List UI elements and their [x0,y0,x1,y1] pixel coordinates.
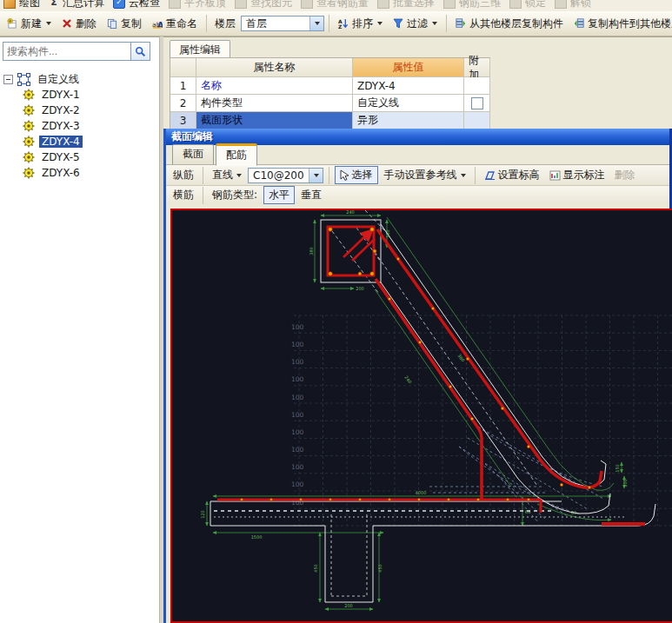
lock-icon [509,0,522,9]
manual-reference-line-dropdown[interactable]: 手动设置参考线 [381,167,469,183]
toolbar-separator [446,15,447,32]
search-button[interactable] [131,42,150,61]
line-type-dropdown[interactable]: 直线 [209,167,245,183]
delete-rebar-button: 删除 [611,167,639,183]
floor-combobox-button[interactable] [309,17,323,30]
svg-text:150: 150 [615,464,620,473]
checkbox[interactable] [471,97,483,109]
toolbar-separator [203,187,203,204]
copy-from-floor-icon [456,18,466,29]
filter-button[interactable]: 过滤 [389,14,442,34]
tree-item-label: ZDYX-3 [39,120,83,132]
svg-text:450: 450 [377,564,383,573]
attr-name: 构件类型 [196,95,353,112]
select-tool-button[interactable]: 选择 [335,166,378,184]
tree-item-label: ZDYX-1 [39,89,83,101]
table-row-selected[interactable]: 3 截面形状 异形 [170,112,490,129]
rebar-spec-combobox-button[interactable] [309,169,323,182]
unlock-icon [555,0,567,9]
floor-combobox[interactable]: 首层 [241,16,324,31]
batch-select-icon [377,0,389,9]
header-attr-value[interactable]: 属性值 [353,58,464,77]
header-attr-name: 属性名称 [196,58,353,77]
rebar-lines[interactable] [217,227,645,524]
align-slab-icon [169,0,181,9]
tab-rebar[interactable]: 配筋 [216,143,257,166]
attr-name: 名称 [196,77,353,95]
svg-text:100: 100 [291,358,304,366]
component-toolbar: 新建 删除 复制 abA 重命名 楼层 首层 AZ 排序 过滤 从其他楼层复制构… [0,11,672,36]
svg-text:100: 100 [291,481,304,488]
svg-text:100: 100 [291,323,304,331]
section-canvas[interactable]: 100100 100100 100100 100100 100100 100 [170,209,672,623]
horizontal-option[interactable]: 水平 [263,186,295,204]
rebar-spec-combobox[interactable]: C10@200 [248,168,323,183]
floor-label: 楼层 [211,16,239,32]
chevron-down-icon [315,22,320,25]
tree-root-label: 自定义线 [35,72,82,87]
tree-item-zdyx-2[interactable]: ZDYX-2 [23,103,157,117]
svg-text:Z: Z [338,23,343,29]
inner-dashed-lines [214,511,624,596]
table-row[interactable]: 1 名称 ZDYX-4 [170,77,490,95]
chevron-down-icon [46,22,51,25]
properties-header-row: 属性名称 属性值 附加 [170,58,490,77]
copy-from-other-floor-button[interactable]: 从其他楼层复制构件 [451,14,568,34]
menu-batch-select: 批量选择 [377,0,435,10]
filter-icon [393,18,403,29]
toolbar-separator [206,15,207,32]
new-icon [7,18,17,29]
tree-item-label: ZDYX-2 [39,104,83,116]
copy-to-other-floor-button[interactable]: 复制构件到其他楼层 [569,14,672,34]
rebar-qty-icon [301,0,313,9]
tree-item-zdyx-1[interactable]: ZDYX-1 [23,88,157,102]
dialog-tabs: 截面 配筋 [166,145,669,165]
menu-draw[interactable]: 绘图 [3,0,40,10]
attr-value[interactable]: 异形 [353,112,464,129]
new-button[interactable]: 新建 [3,14,56,34]
sort-button[interactable]: AZ 排序 [334,14,387,34]
sort-icon: AZ [338,18,349,29]
delete-button[interactable]: 删除 [57,14,101,34]
attr-value[interactable]: 自定义线 [353,95,464,112]
tree-item-zdyx-4[interactable]: ZDYX-4 [23,135,157,149]
sigma-icon: Σ [49,0,59,8]
rebar-3d-icon [443,0,456,9]
search-input[interactable] [3,42,131,61]
menu-view-rebar-qty: 查看钢筋量 [301,0,369,10]
tree-item-zdyx-6[interactable]: ZDYX-6 [23,166,157,180]
section-outline [210,220,655,602]
svg-text:380: 380 [309,247,314,255]
draw-icon [3,0,16,9]
tree-item-zdyx-5[interactable]: ZDYX-5 [23,150,157,164]
tree-item-label: ZDYX-6 [39,167,83,179]
custom-line-group-icon [17,73,30,86]
gear-icon [23,104,35,116]
chevron-down-icon [377,22,383,25]
attr-extra [464,77,490,95]
collapse-icon[interactable] [3,75,13,84]
svg-text:200: 200 [356,286,364,291]
cloud-check-icon: ✓ [113,0,125,9]
table-row[interactable]: 2 构件类型 自定义线 [170,95,490,112]
copy-button[interactable]: 复制 [103,14,146,34]
menu-cloud-check[interactable]: ✓云检查 [113,0,160,10]
menu-summary-calc[interactable]: Σ汇总计算 [49,0,104,10]
attr-value[interactable]: ZDYX-4 [353,77,464,95]
tree-item-zdyx-3[interactable]: ZDYX-3 [23,119,157,133]
svg-text:100: 100 [291,375,304,383]
chevron-down-icon [432,22,437,25]
vertical-option[interactable]: 垂直 [297,187,325,203]
gear-icon [23,120,35,132]
tree-root-custom-line[interactable]: 自定义线 [3,72,157,86]
rename-button[interactable]: abA 重命名 [148,14,202,34]
chevron-down-icon [236,174,242,177]
transverse-rebar-button[interactable]: 横筋 [170,187,197,203]
set-elevation-button[interactable]: 设置标高 [481,167,543,183]
menu-rebar-3d: 钢筋三维 [443,0,501,10]
tab-section[interactable]: 截面 [172,144,214,164]
show-annotation-button[interactable]: 显示标注 [546,167,609,183]
longitudinal-rebar-button[interactable]: 纵筋 [170,167,197,183]
delete-icon [62,18,72,29]
row-index: 2 [170,95,196,112]
